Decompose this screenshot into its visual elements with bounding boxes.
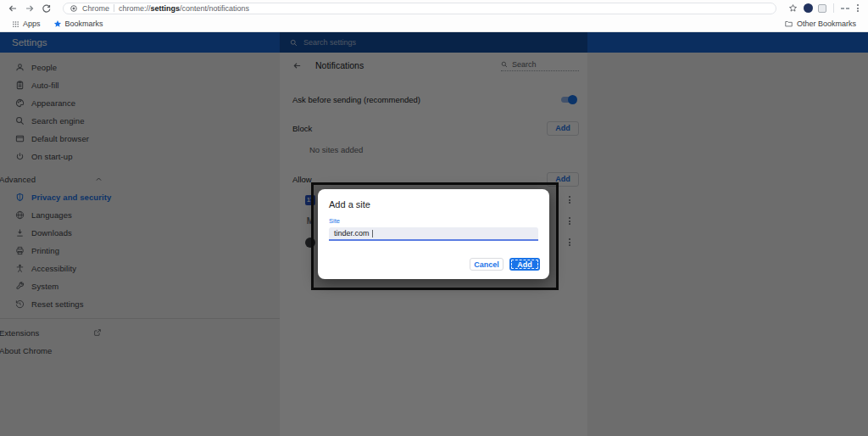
dialog-title: Add a site [329,199,538,210]
text-cursor [372,230,373,238]
toolbar-divider [833,3,834,13]
extension-icon[interactable] [818,4,826,13]
url-text: chrome://settings/content/notifications [119,4,249,13]
back-icon[interactable] [7,3,19,14]
cancel-button[interactable]: Cancel [470,258,504,271]
dialog-actions: Cancel Add [470,258,540,271]
browser-menu-icon[interactable] [854,4,861,12]
other-bookmarks-label: Other Bookmarks [797,20,856,28]
browser-toolbar: Chrome chrome://settings/content/notific… [0,0,868,16]
add-site-dialog: Add a site Site tinder.com Cancel Add [318,189,549,279]
site-field-label: Site [329,217,538,225]
address-bar[interactable]: Chrome chrome://settings/content/notific… [63,3,776,14]
settings-page: Settings Search settings People Auto-fil… [0,32,868,436]
bookmarks-shortcut[interactable]: Bookmarks [53,20,103,28]
profile-avatar[interactable] [804,3,813,13]
site-input[interactable]: tinder.com [329,227,538,241]
apps-label: Apps [23,20,41,28]
apps-grid-icon [12,20,19,28]
bookmarks-label: Bookmarks [65,20,103,28]
overflow-dash-icon[interactable] [841,8,849,9]
site-input-value: tinder.com [334,229,370,238]
page-label: Chrome [82,4,109,13]
other-bookmarks[interactable]: Other Bookmarks [784,20,856,28]
folder-icon [784,20,793,28]
forward-icon[interactable] [24,3,36,14]
omnibox-divider [114,4,114,12]
reload-icon[interactable] [41,3,53,14]
apps-shortcut[interactable]: Apps [12,20,41,28]
browser-chrome: Chrome chrome://settings/content/notific… [0,0,868,32]
star-icon [53,20,62,28]
bookmark-star-icon[interactable] [787,3,798,14]
add-button[interactable]: Add [509,258,540,271]
screen: Chrome chrome://settings/content/notific… [0,0,868,436]
bookmarks-bar: Apps Bookmarks Other Bookmarks [0,16,868,31]
page-icon [70,4,78,13]
